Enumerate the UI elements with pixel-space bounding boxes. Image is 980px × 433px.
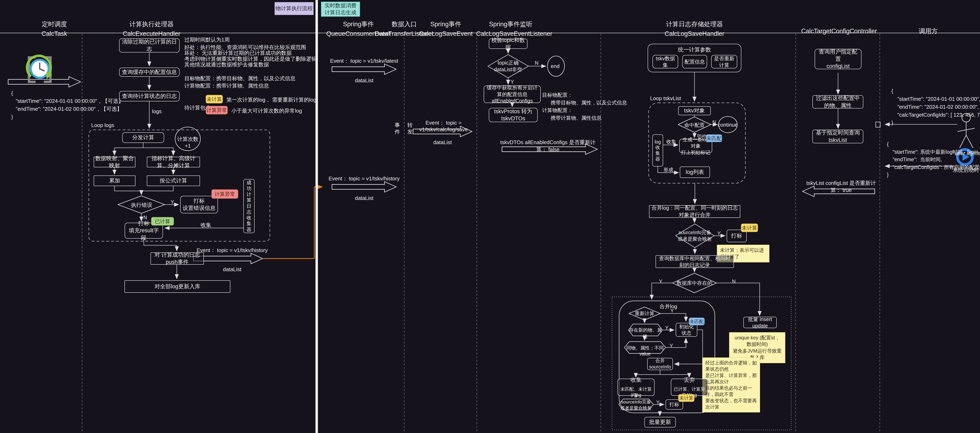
label-y-src: Y [717, 230, 721, 236]
config-out-params: tskvList configList 是否重新计算： true [802, 179, 880, 194]
collect-title: 收集 [630, 376, 641, 384]
node-batch-update: 批量更新 [644, 417, 676, 428]
label-y-samediff: Y [670, 343, 673, 349]
note-other: 其他情况就通过数据维护去修复数据 [184, 61, 269, 68]
label-logs: logs [152, 108, 162, 114]
note-calc-config: 计算物配置：携带计算物、属性信息 [184, 82, 269, 89]
lane-header-exec: 计算执行处理器 CalcExecuteHandler [117, 19, 186, 38]
label-y-exec: Y [171, 199, 174, 205]
node-new-things-label: 存在新的物、属性 [628, 327, 662, 339]
note-uncalc-desc: 第一次计算的log， 需要重新计算的log [226, 96, 316, 103]
node-query-cached-config: 查询缓存中的配置信息 [119, 68, 180, 77]
lane-header-listener: Spring事件监听 CalcLogSaveEventListener [476, 19, 546, 38]
label-forward-1: 事 件 [395, 122, 400, 135]
node-param-recalc: 是否重新计算 [711, 55, 737, 68]
node-query-user-config: 查询用户指定配置 configList [815, 49, 861, 69]
lane-header-config-controller: CalcTargetConfigController [798, 27, 880, 36]
node-query-by-time: 基于指定时间查询 tskvList [812, 130, 863, 143]
event-history-param: dataList [344, 195, 385, 201]
label-collect-2: 收集 [667, 138, 676, 145]
label-y-db: Y [659, 279, 662, 284]
node-topic-ok-label: topic正确 dataList非空 [492, 59, 524, 73]
discard-title: 丢弃 [684, 376, 695, 384]
node-collect-logs: 收集 未匹配、未计算的log [617, 379, 655, 396]
badge-uncalc-mark1: 未计算 [741, 224, 758, 232]
calctask-request-note: { "startTime": "2024-01-01 00:00:00"，【可选… [11, 89, 124, 121]
caller-request-note-1: { "startTime": "2024-01-01 00:00:00", "e… [891, 87, 980, 127]
node-exec-error-label: 执行错误 [130, 201, 153, 209]
label-y-newthings: Y [665, 325, 668, 331]
node-accumulate: 累加 [94, 176, 135, 186]
note-config-types: 目标物配置： 携带目标物、属性，以及公式信息 计算物配置： 携带计算物、属性信息 [542, 91, 627, 122]
node-batch-insert-update: 批量 insert update [743, 317, 777, 328]
label-loop-tskvlist: Loop tskvList [650, 95, 681, 102]
node-param-tskv-dataset: tskv数据集 [652, 55, 678, 68]
legend-realtime: 实时数据消费 计算日志生成 [321, 2, 360, 17]
badge-unmatched-2: 未匹配 [689, 317, 705, 325]
badge-calc-error: 计算异常 [206, 106, 228, 114]
node-get-enabled-configs: 缓存中获取所有开启计算的配置信息 allEnabledConfigs [484, 86, 541, 103]
node-update-all-logs: 对全部log更新入库 [124, 280, 230, 293]
node-same-diff-label: 同物、属性；不同value [624, 345, 665, 357]
listener-out-params: tskvDTOs allEnabledConfigs 是否重新计算： false [497, 139, 599, 153]
node-db-exists-label: 数据库中存在的 [676, 280, 713, 286]
label-on-start: 系统启动时 [953, 167, 979, 174]
label-n-listener: N [535, 60, 538, 66]
event-push-history-param: dataList [212, 266, 253, 273]
node-data-mapping: 数据映射、聚合映射 [94, 157, 135, 167]
label-form: 形成 [663, 167, 673, 173]
node-dispatch-calc: 分发计算 [122, 132, 164, 143]
event-history-title: Event： topic = v1/tskv/history [325, 175, 403, 182]
section-divider [315, 0, 318, 433]
node-success-log-collector: 成 功 计 算 日 志 收 集 器 [243, 179, 255, 233]
sticky-merge-logic: 经过上面的合并逻辑，如果状态仍然 是已计算、计算异常，那么其再次计 算的结果也必… [702, 357, 760, 412]
node-tskv-object: tskv对象 [678, 106, 711, 115]
event-save-title: Event： topic = v1/tskv/calc/log/save [403, 119, 484, 133]
label-n-db: N [732, 279, 736, 284]
node-query-db-logs: 查询数据库中相同配置、相同时刻的日志记录 [655, 255, 734, 268]
node-formula-calc: 按公式计算 [147, 176, 200, 186]
note-expire: 过期时间默认为1周 [184, 36, 229, 43]
label-loop-logs: Loop logs [91, 122, 114, 128]
label-y-listener: Y [511, 79, 514, 85]
badge-calc-error-2: 计算异常 [212, 189, 238, 199]
lifelines [82, 34, 880, 433]
note-error-desc: 小于最大可计算次数的异常log [231, 107, 302, 114]
event-latest-title: Event： topic = v1/tskv/latest [325, 57, 403, 65]
label-merge-log-container: 合并log [659, 303, 677, 310]
node-param-config-info: 配置信息 [682, 55, 707, 68]
legend-flow: 物计算执行流程 [275, 2, 313, 15]
node-src-complete-label: sourceInfo完备 或者是聚合映射 [676, 229, 713, 242]
event-latest-param: dataList [344, 77, 385, 84]
label-y-src2: Y [656, 400, 660, 405]
node-query-pending-logs: 查询待计算状态的日志 [119, 91, 180, 102]
node-log-collector: log 收 集 器 [652, 134, 663, 167]
node-convert-dtos: tskvProtos 转为 tskvDTOs [489, 108, 538, 122]
label-y-recalc: Y [670, 308, 674, 314]
node-merge-log: 合并log：同一配置、同一时刻的日志对象进行合并 [649, 205, 740, 218]
badge-uncalculated: 未计算 [206, 95, 223, 103]
node-hit-config-label: 命中配置 [681, 122, 708, 128]
node-end-label: end [551, 63, 560, 70]
node-src-complete2-label: sourceInfo完备 或者是聚合映射 [619, 399, 653, 411]
lane-header-save-event: Spring事件 CalcLogSaveEvent [411, 19, 480, 38]
node-continue-label: continue [718, 122, 738, 128]
node-merge-sourceinfo: 合并 sourceInfo [647, 358, 673, 370]
node-log-list: log列表 [680, 167, 710, 178]
lane-header-caller: 调用方 [908, 27, 949, 36]
collect-sub: 未匹配、未计算的log [618, 386, 654, 398]
diagram-canvas: 物计算执行流程 实时数据消费 计算日志生成 定时调度 CalcTask 计算执行… [0, 0, 980, 433]
node-calc-count: 计算次数 +1 [173, 136, 202, 149]
node-push-event: 对 计算成功的日志 push事件 [151, 252, 204, 265]
label-n-exec: N [143, 214, 147, 220]
note-target-config: 目标物配置：携带目标物、属性，以及公式信息 [184, 75, 296, 82]
node-metric-calc: 指标计算、高级计算、分摊计算 [147, 157, 200, 167]
node-validate-topic: 校验topic和数据 [489, 39, 528, 49]
event-push-history-title: Event： topic = v1/tskv/history [191, 247, 273, 254]
clock-schedule-icon [27, 56, 52, 82]
unify-title: 统一计算参数 [678, 46, 711, 53]
lane-header-save-handler: 计算日志存储处理器 CalcLogSaveHandler [660, 19, 729, 38]
node-discard-logs: 丢弃 已计算、计算异常的log [671, 379, 708, 396]
node-clear-expired-logs: 清除过期的已计算的日志 [119, 38, 180, 52]
event-save-param: dataList [422, 139, 463, 146]
